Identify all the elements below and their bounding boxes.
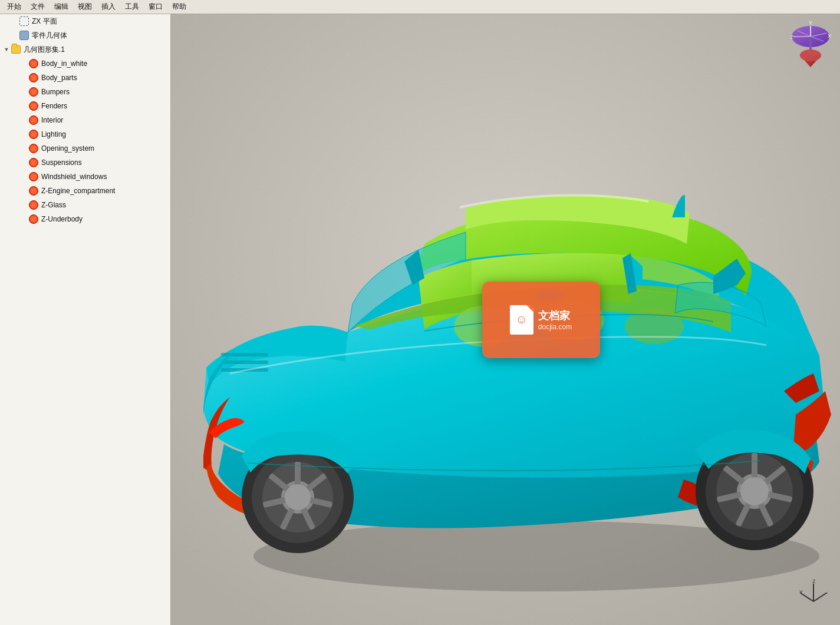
menu-start[interactable]: 开始 <box>2 1 26 13</box>
tree-label: 零件几何体 <box>32 31 67 41</box>
expand-arrow <box>21 160 27 166</box>
expand-arrow <box>21 174 27 180</box>
svg-line-44 <box>813 593 827 601</box>
svg-text:X: X <box>828 33 831 39</box>
3d-compass: Y X Z <box>787 20 834 79</box>
menu-help[interactable]: 帮助 <box>167 1 191 13</box>
part-icon <box>28 157 39 168</box>
tree-item-fenders[interactable]: Fenders <box>0 99 170 113</box>
expand-arrow[interactable] <box>4 47 9 52</box>
svg-point-4 <box>625 309 684 344</box>
tree-item-part-geom[interactable]: 零件几何体 <box>0 28 170 42</box>
svg-point-40 <box>800 49 821 61</box>
expand-arrow <box>12 18 18 24</box>
part-icon <box>28 87 39 97</box>
menu-window[interactable]: 窗口 <box>144 1 167 13</box>
tree-item-bumpers[interactable]: Bumpers <box>0 85 170 99</box>
tree-label: Lighting <box>41 130 66 138</box>
tree-item-body-parts[interactable]: Body_parts <box>0 71 170 85</box>
part-icon <box>28 143 39 154</box>
expand-arrow <box>21 145 27 151</box>
svg-text:Y: Y <box>799 589 803 595</box>
svg-point-19 <box>285 484 311 510</box>
part-icon <box>28 214 39 224</box>
part-icon <box>28 72 39 83</box>
svg-text:X: X <box>828 589 828 595</box>
tree-item-z-underbody[interactable]: Z-Underbody <box>0 212 170 226</box>
tree-item-zx-plane[interactable]: ZX 平面 <box>0 14 170 28</box>
tree-label: Z-Engine_compartment <box>41 187 115 195</box>
menu-edit[interactable]: 编辑 <box>50 1 73 13</box>
expand-arrow <box>21 202 27 208</box>
tree-label: Bumpers <box>41 88 70 96</box>
tree-panel: ZX 平面 零件几何体 几何图形集.1 Body_in_white Body_p… <box>0 14 171 625</box>
expand-arrow <box>21 89 27 95</box>
part-icon <box>28 200 39 210</box>
expand-arrow <box>12 32 18 38</box>
menu-file[interactable]: 文件 <box>26 1 50 13</box>
watermark-doc-icon: ☺ <box>510 305 533 335</box>
part-icon <box>28 115 39 125</box>
tree-label: Interior <box>41 116 63 124</box>
svg-point-31 <box>740 477 769 505</box>
expand-arrow <box>21 188 27 194</box>
watermark-title: 文档家 <box>538 309 572 323</box>
tree-label: Body_parts <box>41 74 77 82</box>
menu-tools[interactable]: 工具 <box>120 1 144 13</box>
folder-icon <box>11 44 21 55</box>
tree-item-opening-system[interactable]: Opening_system <box>0 141 170 156</box>
tree-item-windshield[interactable]: Windshield_windows <box>0 170 170 184</box>
watermark-url: docjia.com <box>538 323 572 331</box>
svg-text:Y: Y <box>809 20 812 26</box>
expand-arrow <box>21 131 27 137</box>
svg-text:Z: Z <box>812 578 816 584</box>
menubar: 开始 文件 编辑 视图 插入 工具 窗口 帮助 <box>0 0 840 14</box>
expand-arrow <box>21 61 27 67</box>
tree-label: Z-Underbody <box>41 215 83 223</box>
tree-label: Opening_system <box>41 144 94 153</box>
tree-item-lighting[interactable]: Lighting <box>0 127 170 141</box>
part-icon <box>28 171 39 182</box>
geom-icon <box>19 30 29 41</box>
expand-arrow <box>21 117 27 123</box>
svg-rect-6 <box>221 361 268 364</box>
part-icon <box>28 101 39 111</box>
axes-indicator: X Y Z <box>799 578 828 607</box>
part-icon <box>28 186 39 196</box>
part-icon <box>28 129 39 140</box>
svg-text:Z: Z <box>790 34 793 40</box>
plane-icon <box>19 16 29 27</box>
tree-label: Suspensions <box>41 158 82 167</box>
menu-view[interactable]: 视图 <box>73 1 97 13</box>
tree-item-body-white[interactable]: Body_in_white <box>0 57 170 71</box>
expand-arrow <box>21 103 27 109</box>
viewport[interactable]: Y X Z X Y Z ☺ 文档家 docjia.com <box>171 14 840 625</box>
tree-item-geom-set[interactable]: 几何图形集.1 <box>0 42 170 57</box>
expand-arrow <box>21 75 27 81</box>
menu-insert[interactable]: 插入 <box>97 1 120 13</box>
tree-label: Fenders <box>41 102 67 110</box>
part-icon <box>28 58 39 69</box>
tree-label: ZX 平面 <box>32 16 57 27</box>
tree-label: 几何图形集.1 <box>24 45 65 55</box>
tree-label: Body_in_white <box>41 59 87 68</box>
tree-label: Windshield_windows <box>41 173 107 181</box>
expand-arrow <box>21 216 27 222</box>
tree-item-z-glass[interactable]: Z-Glass <box>0 198 170 212</box>
tree-item-suspensions[interactable]: Suspensions <box>0 156 170 170</box>
tree-label: Z-Glass <box>41 201 66 209</box>
watermark-overlay: ☺ 文档家 docjia.com <box>482 282 600 358</box>
tree-item-interior[interactable]: Interior <box>0 113 170 127</box>
tree-item-z-engine[interactable]: Z-Engine_compartment <box>0 184 170 198</box>
